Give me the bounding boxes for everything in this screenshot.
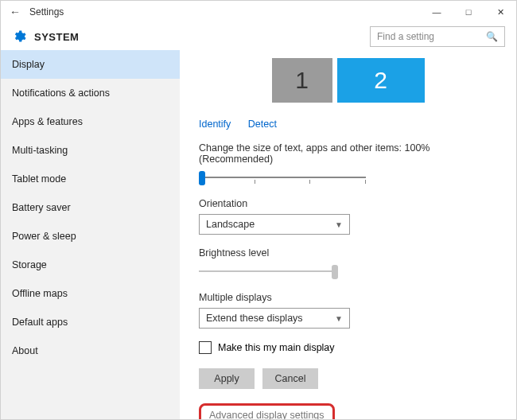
minimize-button[interactable]: —	[421, 1, 453, 23]
chevron-down-icon: ▼	[335, 220, 343, 229]
sidebar-item-notifications[interactable]: Notifications & actions	[1, 79, 180, 107]
chevron-down-icon: ▼	[335, 314, 343, 323]
titlebar: ← Settings — □ ✕	[1, 1, 516, 23]
scale-slider[interactable]	[199, 169, 366, 185]
sidebar-item-power[interactable]: Power & sleep	[1, 222, 180, 251]
brightness-label: Brightness level	[199, 247, 497, 259]
identify-link[interactable]: Identify	[199, 119, 231, 130]
sidebar-item-tablet[interactable]: Tablet mode	[1, 165, 180, 193]
monitor-2[interactable]: 2	[337, 58, 425, 103]
gear-icon	[12, 29, 26, 44]
scale-label: Change the size of text, apps and other …	[199, 142, 497, 165]
orientation-select[interactable]: Landscape ▼	[199, 214, 350, 235]
search-input[interactable]: Find a setting 🔍	[370, 26, 505, 47]
sidebar-item-default-apps[interactable]: Default apps	[1, 308, 180, 336]
page-title: SYSTEM	[34, 31, 79, 43]
close-button[interactable]: ✕	[484, 1, 516, 23]
brightness-slider[interactable]	[199, 263, 338, 279]
orientation-label: Orientation	[199, 198, 497, 209]
advanced-display-settings-link[interactable]: Advanced display settings	[199, 403, 335, 420]
maximize-button[interactable]: □	[453, 1, 484, 23]
multiple-displays-label: Multiple displays	[199, 292, 497, 303]
search-placeholder: Find a setting	[377, 31, 486, 42]
main-display-checkbox[interactable]: Make this my main display	[199, 341, 497, 354]
sidebar-item-offline-maps[interactable]: Offline maps	[1, 279, 180, 308]
display-arrangement[interactable]: 1 2	[199, 58, 497, 103]
sidebar: Display Notifications & actions Apps & f…	[1, 50, 180, 420]
checkbox-box	[199, 341, 212, 354]
search-icon: 🔍	[486, 31, 498, 42]
header: SYSTEM Find a setting 🔍	[1, 23, 516, 50]
sidebar-item-about[interactable]: About	[1, 336, 180, 365]
back-button[interactable]: ←	[7, 6, 23, 18]
cancel-button[interactable]: Cancel	[262, 368, 318, 389]
content: 1 2 Identify Detect Change the size of t…	[180, 50, 516, 420]
sidebar-item-display[interactable]: Display	[1, 50, 180, 79]
multiple-displays-select[interactable]: Extend these displays ▼	[199, 308, 350, 329]
apply-button[interactable]: Apply	[199, 368, 255, 389]
monitor-1[interactable]: 1	[272, 58, 332, 103]
sidebar-item-storage[interactable]: Storage	[1, 251, 180, 279]
sidebar-item-multitasking[interactable]: Multi-tasking	[1, 136, 180, 165]
window-title: Settings	[29, 6, 64, 18]
sidebar-item-apps[interactable]: Apps & features	[1, 107, 180, 136]
detect-link[interactable]: Detect	[248, 119, 277, 130]
sidebar-item-battery[interactable]: Battery saver	[1, 193, 180, 222]
